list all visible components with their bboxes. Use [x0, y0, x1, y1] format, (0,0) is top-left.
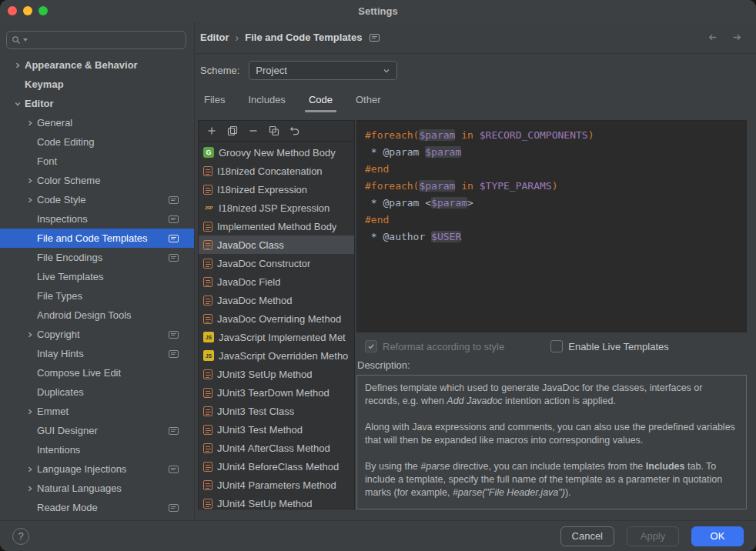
- template-list-item[interactable]: G Groovy New Method Body: [199, 143, 354, 162]
- back-button[interactable]: [705, 31, 719, 45]
- code-line: * @param <$param>: [365, 195, 738, 212]
- minimize-window-button[interactable]: [23, 6, 32, 15]
- template-item-label: I18nized JSP Expression: [219, 202, 329, 214]
- chevron-right-icon[interactable]: [25, 175, 35, 186]
- forward-button[interactable]: [730, 31, 744, 45]
- sidebar-item-file-encodings[interactable]: File Encodings: [0, 248, 194, 267]
- reset-template-button[interactable]: [289, 125, 301, 137]
- template-list-item[interactable]: JUnit4 Parameters Method: [199, 476, 354, 494]
- sidebar-item-compose-live-edit[interactable]: Compose Live Edit: [0, 363, 194, 382]
- chevron-right-icon[interactable]: [12, 60, 23, 71]
- remove-template-button[interactable]: [247, 125, 259, 137]
- template-item-label: I18nized Concatenation: [217, 165, 323, 177]
- template-item-label: JavaDoc Constructor: [217, 258, 310, 269]
- template-file-icon: [203, 406, 212, 416]
- close-window-button[interactable]: [8, 6, 17, 15]
- tab-files[interactable]: Files: [202, 91, 226, 112]
- template-list-item[interactable]: Implemented Method Body: [199, 217, 354, 235]
- template-item-label: JavaDoc Class: [217, 239, 284, 251]
- chevron-down-icon[interactable]: [12, 99, 23, 109]
- template-list-item[interactable]: I18nized Concatenation: [199, 162, 354, 180]
- template-list-item[interactable]: JUnit4 SetUp Method: [199, 494, 354, 509]
- sidebar-item-natural-languages[interactable]: Natural Languages: [0, 479, 194, 498]
- sidebar-item-inlay-hints[interactable]: Inlay Hints: [0, 344, 194, 363]
- chevron-right-icon[interactable]: [25, 406, 35, 417]
- ok-button[interactable]: OK: [691, 526, 744, 546]
- window-controls: [8, 0, 48, 22]
- template-item-label: JUnit4 SetUp Method: [217, 498, 313, 509]
- sidebar-item-label: Android Design Tools: [37, 309, 132, 321]
- enable-live-templates-checkbox[interactable]: Enable Live Templates: [550, 340, 669, 352]
- sidebar-item-copyright[interactable]: Copyright: [0, 325, 194, 344]
- breadcrumb: Editor › File and Code Templates: [200, 32, 380, 44]
- template-list-item[interactable]: JUnit4 BeforeClass Method: [199, 457, 354, 476]
- sidebar-item-intentions[interactable]: Intentions: [0, 440, 194, 459]
- search-filter-caret-icon: [23, 38, 28, 42]
- sidebar-item-android-design-tools[interactable]: Android Design Tools: [0, 306, 194, 325]
- template-list-item[interactable]: JS JavaScript Overridden Metho: [199, 346, 354, 365]
- checkbox-unchecked-icon[interactable]: [550, 340, 563, 352]
- template-list-item[interactable]: JavaDoc Method: [199, 291, 354, 309]
- tab-includes[interactable]: Includes: [246, 91, 286, 112]
- undo-icon: [289, 125, 300, 136]
- sidebar-item-emmet[interactable]: Emmet: [0, 402, 194, 421]
- breadcrumb-editor[interactable]: Editor: [200, 32, 229, 43]
- sidebar-item-color-scheme[interactable]: Color Scheme: [0, 171, 194, 190]
- scheme-combobox[interactable]: Project: [249, 61, 397, 80]
- sidebar-item-label: Copyright: [37, 329, 80, 340]
- template-list-item[interactable]: JUnit3 TearDown Method: [199, 383, 354, 402]
- sidebar-item-duplicates[interactable]: Duplicates: [0, 382, 194, 402]
- tab-other[interactable]: Other: [354, 91, 383, 112]
- template-editor[interactable]: #foreach($param in $RECORD_COMPONENTS) *…: [356, 120, 747, 332]
- description-box[interactable]: Defines template which used to generate …: [356, 375, 747, 509]
- cancel-button[interactable]: Cancel: [560, 526, 614, 546]
- sidebar-item-code-style[interactable]: Code Style: [0, 190, 194, 209]
- template-list-item[interactable]: JavaDoc Overriding Method: [199, 309, 354, 328]
- help-button[interactable]: ?: [12, 528, 29, 545]
- apply-button[interactable]: Apply: [627, 526, 679, 546]
- template-list-item[interactable]: JUnit3 Test Method: [199, 420, 354, 439]
- sidebar-item-language-injections[interactable]: Language Injections: [0, 459, 194, 479]
- duplicate-template-button[interactable]: [268, 125, 280, 137]
- settings-sidebar: Appearance & Behavior Keymap Editor Gene…: [0, 22, 195, 520]
- sidebar-item-live-templates[interactable]: Live Templates: [0, 267, 194, 286]
- sidebar-item-appearance-behavior[interactable]: Appearance & Behavior: [0, 55, 194, 75]
- template-list-toolbar: [199, 121, 354, 142]
- chevron-right-icon[interactable]: [25, 329, 35, 340]
- sidebar-item-file-and-code-templates[interactable]: File and Code Templates: [0, 229, 194, 248]
- sidebar-item-keymap[interactable]: Keymap: [0, 75, 194, 94]
- create-child-template-button[interactable]: [226, 125, 239, 137]
- chevron-right-icon[interactable]: [25, 195, 35, 205]
- settings-tree: Appearance & Behavior Keymap Editor Gene…: [0, 55, 194, 517]
- template-list-item[interactable]: JUnit3 Test Class: [199, 402, 354, 420]
- sidebar-item-inspections[interactable]: Inspections: [0, 209, 194, 229]
- sidebar-item-label: Emmet: [37, 406, 69, 417]
- template-list-item[interactable]: JUnit4 AfterClass Method: [199, 439, 354, 457]
- chevron-right-icon[interactable]: [25, 483, 35, 494]
- sidebar-item-reader-mode[interactable]: Reader Mode: [0, 498, 194, 517]
- create-template-button[interactable]: [206, 125, 218, 137]
- template-list-item[interactable]: JavaDoc Class: [199, 235, 354, 254]
- template-list-item[interactable]: JavaDoc Field: [199, 272, 354, 291]
- zoom-window-button[interactable]: [38, 6, 48, 15]
- sidebar-item-file-types[interactable]: File Types: [0, 286, 194, 306]
- sidebar-item-editor[interactable]: Editor: [0, 94, 194, 113]
- template-list-item[interactable]: JS JavaScript Implemented Met: [199, 328, 354, 346]
- sidebar-item-code-editing[interactable]: Code Editing: [0, 132, 194, 152]
- reformat-label: Reformat according to style: [383, 341, 504, 352]
- js-file-icon: JS: [203, 350, 214, 361]
- template-list-item[interactable]: I18nized Expression: [199, 180, 354, 199]
- forward-arrow-icon: [731, 32, 743, 43]
- sidebar-item-general[interactable]: General: [0, 113, 194, 132]
- tab-code[interactable]: Code: [307, 91, 334, 112]
- chevron-right-icon[interactable]: [25, 464, 35, 475]
- template-list-item[interactable]: JSP I18nized JSP Expression: [199, 199, 354, 217]
- sidebar-item-font[interactable]: Font: [0, 152, 194, 171]
- settings-search[interactable]: [6, 31, 186, 49]
- template-list-item[interactable]: JavaDoc Constructor: [199, 254, 354, 272]
- template-list-item[interactable]: JUnit3 SetUp Method: [199, 365, 354, 383]
- settings-search-input[interactable]: [30, 35, 181, 46]
- groovy-file-icon: G: [203, 147, 214, 158]
- chevron-right-icon[interactable]: [25, 118, 35, 129]
- sidebar-item-gui-designer[interactable]: GUI Designer: [0, 421, 194, 440]
